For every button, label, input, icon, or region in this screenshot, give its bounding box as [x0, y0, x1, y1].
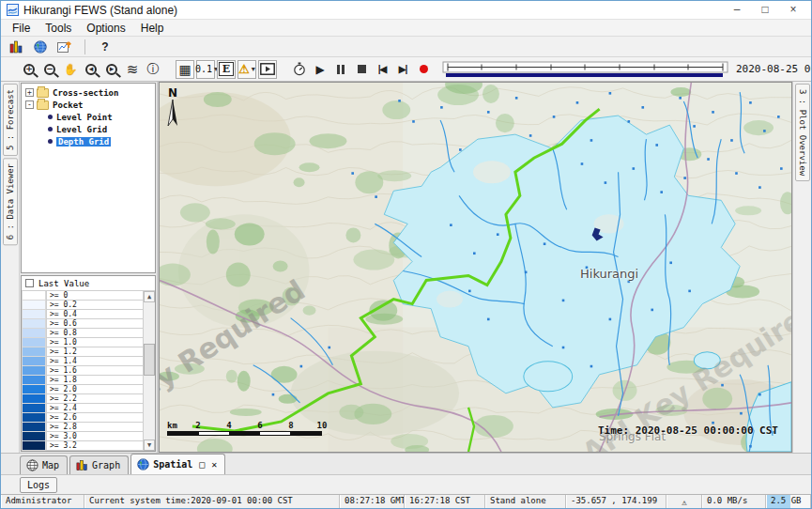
legend-row[interactable]: >= 1.6 — [22, 366, 143, 376]
step-forward-button[interactable]: ▶| — [393, 60, 412, 79]
contour-threshold-dropdown[interactable]: 0.1 ▾ — [196, 60, 215, 79]
north-arrow: N — [167, 86, 178, 131]
pan-button[interactable]: ✋ — [61, 60, 80, 79]
legend-row[interactable]: >= 0.8 — [22, 329, 143, 338]
grid-display-button[interactable]: ▦ — [176, 60, 194, 79]
tab-forecast[interactable]: 5 : Forecast — [3, 84, 18, 156]
legend-row[interactable]: >= 0 — [22, 291, 143, 301]
menu-help[interactable]: Help — [133, 22, 172, 35]
warning-icon: ⚠ — [238, 62, 250, 76]
app-logo-icon — [7, 4, 19, 16]
info-icon: ⓘ — [147, 61, 160, 78]
menu-options[interactable]: Options — [79, 22, 132, 35]
zoom-out-button[interactable]: − — [40, 60, 59, 79]
tab-plot-overview[interactable]: 3 : Plot Overview — [795, 84, 810, 181]
step-back-button[interactable]: |◀ — [373, 60, 391, 79]
animation-timer-button[interactable] — [290, 60, 309, 79]
tab-map[interactable]: Map — [20, 455, 68, 474]
legend-swatch — [22, 347, 46, 357]
legend-row[interactable]: >= 2.2 — [22, 394, 143, 404]
right-tab-strip: 3 : Plot Overview — [792, 82, 811, 453]
legend-row[interactable]: >= 3.0 — [22, 432, 143, 441]
town-label: Hikurangi — [580, 267, 638, 281]
map-viewport[interactable]: N API Key Required API Key Required Hiku… — [159, 82, 792, 453]
tree-item-depth-grid[interactable]: Depth Grid — [22, 135, 155, 147]
legend-label: >= 0.4 — [46, 310, 143, 319]
scale-unit-label: km — [167, 421, 177, 430]
pause-icon — [337, 65, 345, 74]
legend-row[interactable]: >= 1.8 — [22, 376, 143, 385]
threshold-value: 0.1 — [195, 64, 212, 74]
legend-scrollbar[interactable]: ▲ ▼ — [143, 291, 155, 451]
status-warning-icon[interactable]: ⚠ — [666, 495, 702, 508]
bar-chart-icon — [9, 40, 23, 54]
maximize-button[interactable]: □ — [751, 2, 779, 19]
label-tool-button[interactable]: E — [217, 60, 236, 79]
menu-file[interactable]: File — [5, 22, 38, 35]
legend-row[interactable]: >= 2.4 — [22, 404, 143, 413]
legend-row[interactable]: >= 3.2 — [22, 441, 143, 451]
last-value-checkbox[interactable] — [25, 279, 34, 287]
scroll-thumb[interactable] — [144, 344, 155, 376]
legend-row[interactable]: >= 0.6 — [22, 319, 143, 329]
legend-swatch — [22, 394, 46, 404]
legend-row[interactable]: >= 2.8 — [22, 423, 143, 432]
legend-swatch — [22, 329, 46, 338]
animation-export-button[interactable] — [258, 60, 277, 79]
tab-logs[interactable]: Logs — [20, 477, 57, 493]
legend-swatch — [22, 310, 46, 319]
legend-row[interactable]: >= 0.2 — [22, 301, 143, 310]
legend-label: >= 2.6 — [46, 413, 143, 423]
legend-row[interactable]: >= 1.0 — [22, 338, 143, 347]
tab-spatial[interactable]: Spatial □ ✕ — [130, 454, 225, 474]
status-throughput: 0.0 MB/s — [702, 495, 766, 508]
record-button[interactable] — [414, 60, 433, 79]
database-status-button[interactable] — [7, 38, 25, 56]
logs-bar: Logs — [1, 474, 811, 494]
menu-tools[interactable]: Tools — [38, 22, 79, 35]
tree-item-level-point[interactable]: Level Point — [22, 111, 155, 123]
legend-row[interactable]: >= 1.2 — [22, 347, 143, 357]
time-slider[interactable] — [442, 61, 728, 78]
play-button[interactable]: ▶ — [311, 60, 329, 79]
scroll-up-icon[interactable]: ▲ — [144, 291, 155, 302]
thresholds-warning-dropdown[interactable]: ⚠ ▾ — [237, 60, 256, 79]
zoom-in-button[interactable]: + — [20, 60, 38, 79]
legend-swatch — [22, 338, 46, 347]
legend-row[interactable]: >= 2.6 — [22, 413, 143, 423]
tree-item-pocket[interactable]: - Pocket — [22, 99, 155, 111]
tree-item-cross-section[interactable]: + Cross-section — [22, 86, 155, 99]
legend-label: >= 1.4 — [46, 357, 143, 366]
stop-button[interactable] — [352, 60, 371, 79]
tab-graph[interactable]: Graph — [69, 455, 129, 474]
legend-swatch — [22, 423, 46, 432]
pause-button[interactable] — [331, 60, 350, 79]
status-bar: Administrator Current system time:2020-0… — [1, 494, 811, 508]
map-display-button[interactable] — [31, 38, 50, 56]
map-time-label: Time: 2020-08-25 00:00:00 CST — [598, 424, 778, 437]
help-button[interactable]: ? — [96, 38, 115, 56]
tab-data-viewer[interactable]: 6 : Data Viewer — [3, 158, 18, 245]
layers-button[interactable]: ≋ — [123, 60, 142, 79]
scroll-track[interactable] — [144, 302, 155, 440]
layers-tree: + Cross-section - Pocket Level Point Lev… — [21, 83, 156, 273]
info-button[interactable]: ⓘ — [144, 60, 162, 79]
tree-item-level-grid[interactable]: Level Grid — [22, 123, 155, 135]
legend-row[interactable]: >= 1.4 — [22, 357, 143, 366]
minimize-button[interactable]: – — [723, 2, 751, 19]
collapse-icon[interactable]: - — [25, 100, 34, 109]
legend-row[interactable]: >= 2.0 — [22, 385, 143, 394]
scroll-down-icon[interactable]: ▼ — [144, 440, 155, 451]
legend-row[interactable]: >= 0.4 — [22, 310, 143, 319]
zoom-next-button[interactable]: ▸ — [102, 60, 121, 79]
expand-icon[interactable]: + — [25, 88, 34, 97]
left-tab-strip: 5 : Forecast 6 : Data Viewer — [1, 82, 20, 453]
close-tab-icon[interactable]: ✕ — [211, 459, 217, 470]
legend-swatch — [22, 441, 46, 451]
legend-label: >= 2.8 — [46, 423, 143, 432]
close-button[interactable]: × — [779, 2, 807, 19]
zoom-previous-button[interactable]: ◂ — [82, 60, 100, 79]
restore-panel-icon[interactable]: □ — [199, 459, 205, 470]
legend-swatch — [22, 413, 46, 423]
export-timeseries-button[interactable] — [55, 38, 74, 56]
